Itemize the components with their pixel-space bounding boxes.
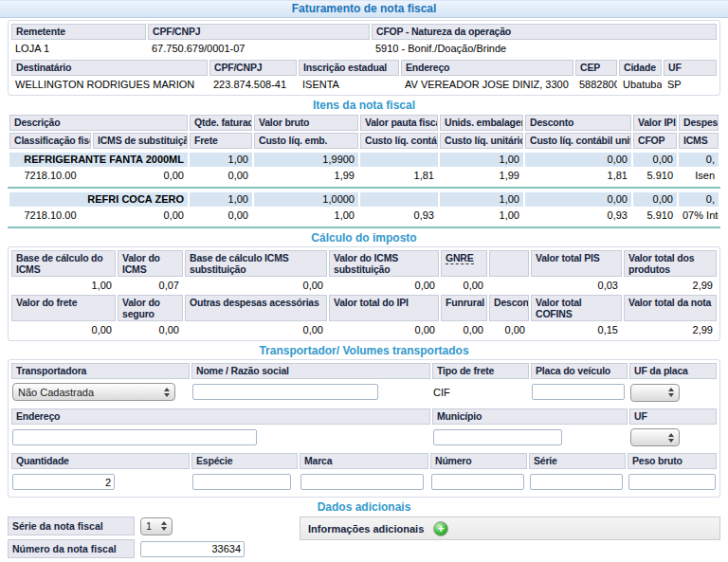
item-row-1: REFRIGERANTE FANTA 2000ML 1,00 1,9900 1,… <box>8 151 720 185</box>
empty-value <box>489 279 529 293</box>
classificacao-fiscal-header: Classificação fiscal <box>9 133 91 149</box>
remetente-value: LOJA 1 <box>11 42 146 56</box>
valor-total-produtos-header: Valor total dos produtos <box>624 250 717 277</box>
uf-header: UF <box>664 60 717 76</box>
item-custo-liq-contabil-emb: 1,81 <box>360 169 438 183</box>
uf-transp-select[interactable] <box>630 428 680 446</box>
cep-header: CEP <box>575 60 617 76</box>
icms-substituicao-header: ICMS de substituição <box>93 133 188 149</box>
gnre-header: GNRE <box>441 250 487 277</box>
especie-input[interactable] <box>192 474 291 490</box>
item-custo-liq-emb: 1,00 <box>254 208 358 223</box>
valor-total-cofins-header: Valor total COFINS <box>531 295 622 321</box>
item-descricao: REFRIGERANTE FANTA 2000ML <box>9 153 188 167</box>
endereco-transp-input[interactable] <box>12 429 257 445</box>
valor-pauta-header: Valor pauta fiscal <box>360 115 438 131</box>
item-separator <box>8 187 720 189</box>
custo-liq-unitario-header: Custo líq. unitário <box>440 133 523 149</box>
item-cfop: 5.910 <box>633 208 677 223</box>
endereco-value: AV VEREADOR JOSE DINIZ, 3300 <box>401 78 573 92</box>
valor-icms-subst-value: 0,00 <box>329 279 439 293</box>
add-info-icon[interactable]: + <box>433 521 448 536</box>
dados-right-column: Informações adicionais + <box>292 517 720 562</box>
section-title-dados: Dados adicionais <box>0 501 728 514</box>
informacoes-adicionais-label: Informações adicionais <box>308 523 424 535</box>
itens-section: Descrição Qtde. faturada Valor bruto Val… <box>8 113 720 228</box>
destinatario-header: Destinatário <box>11 60 208 76</box>
item-icms-substituicao: 0,00 <box>93 208 188 223</box>
funrural-value: 0,00 <box>441 323 487 337</box>
quantidade-input[interactable] <box>12 474 115 490</box>
nome-razao-input[interactable] <box>192 384 378 400</box>
valor-bruto-header: Valor bruto <box>254 115 358 131</box>
custo-liq-emb-header: Custo líq. emb. <box>254 133 358 149</box>
select-arrows-icon <box>668 433 674 443</box>
municipio-input[interactable] <box>433 429 562 445</box>
valor-ipi-header: Valor IPI <box>633 115 677 131</box>
valor-icms-header: Valor do ICMS <box>118 250 183 277</box>
valor-frete-value: 0,00 <box>11 323 116 337</box>
item-valor-bruto: 1,0000 <box>254 192 358 207</box>
placa-veiculo-input[interactable] <box>532 384 625 400</box>
remetente-table: Remetente CPF/CNPJ CFOP - Natureza da op… <box>9 22 719 58</box>
endereco-transp-header: Endereço <box>11 408 430 425</box>
unids-embalagem-header: Unids. embalagem <box>440 115 523 131</box>
funrural-header: Funrural <box>441 295 487 321</box>
item-classificacao-fiscal: 7218.10.00 <box>9 208 91 223</box>
numero-nota-input[interactable] <box>140 541 245 557</box>
item-desconto: 0,00 <box>525 192 631 207</box>
destinatario-cpf-value: 223.874.508-41 <box>209 78 297 92</box>
especie-header: Espécie <box>191 453 298 469</box>
valor-total-cofins-value: 0,15 <box>531 323 622 337</box>
transportadora-select[interactable]: Não Cadastrada <box>12 383 175 401</box>
base-calculo-icms-value: 1,00 <box>11 279 116 293</box>
cidade-header: Cidade <box>619 60 662 76</box>
placa-veiculo-header: Placa do veículo <box>531 363 628 379</box>
peso-bruto-header: Peso bruto <box>628 453 717 469</box>
valor-icms-subst-header: Valor do ICMS substituição <box>329 250 439 277</box>
valor-total-pis-header: Valor total PIS <box>531 250 622 277</box>
valor-total-ipi-header: Valor total do IPI <box>329 295 439 321</box>
cfop-col-header: CFOP <box>633 133 677 149</box>
item-custo-liq-emb: 1,99 <box>254 169 358 183</box>
desconto-calc-header: Desconto <box>489 295 529 321</box>
numero-nota-label: Número da nota fiscal <box>8 539 135 558</box>
item-valor-bruto: 1,9900 <box>254 153 358 167</box>
serie-nota-label: Série da nota fiscal <box>8 517 135 535</box>
nome-razao-header: Nome / Razão social <box>191 363 430 379</box>
calculo-box: Base de cálculo do ICMS Valor do ICMS Ba… <box>8 246 720 341</box>
marca-input[interactable] <box>300 474 424 490</box>
remetente-cpf-cnpj-value: 67.750.679/0001-07 <box>148 42 370 56</box>
peso-bruto-input[interactable] <box>628 474 716 490</box>
empty-header <box>489 250 529 277</box>
gnre-label: GNRE <box>446 252 474 264</box>
section-title-transportador: Transportador/ Volumes transportados <box>0 345 728 357</box>
descricao-header: Descrição <box>9 115 188 131</box>
inscricao-estadual-value: ISENTA <box>299 78 399 92</box>
item-desconto: 0,00 <box>525 153 631 167</box>
item-custo-liq-contabil-unit: 0,93 <box>525 208 631 223</box>
valor-icms-value: 0,07 <box>118 279 183 293</box>
items-end-separator <box>8 227 720 228</box>
numero-input[interactable] <box>431 474 524 490</box>
marca-header: Marca <box>300 453 428 469</box>
tipo-frete-header: Tipo de frete <box>432 363 529 379</box>
destinatario-table: Destinatário CPF/CNPJ Inscrição estadual… <box>9 58 719 94</box>
transportador-box: Transportadora Nome / Razão social Tipo … <box>8 359 720 498</box>
remetente-header: Remetente <box>11 24 146 40</box>
serie-nota-select[interactable]: 1 <box>140 517 173 535</box>
item-valor-ipi: 0,00 <box>633 192 677 207</box>
valor-total-ipi-value: 0,00 <box>329 323 439 337</box>
base-calculo-icms-subst-header: Base de cálculo ICMS substituição <box>185 250 327 277</box>
item-row-2: REFRI COCA ZERO 1,00 1,0000 1,00 0,00 0,… <box>8 190 720 225</box>
destinatario-value: WELLINGTON RODRIGUES MARION <box>11 78 208 92</box>
custo-liq-contabil-emb-header: Custo líq. contábil emb. <box>360 133 438 149</box>
item-qtde-faturada: 1,00 <box>190 153 252 167</box>
select-arrows-icon <box>161 521 167 531</box>
uf-placa-header: UF da placa <box>629 363 717 379</box>
serie-input[interactable] <box>530 474 623 490</box>
quantidade-header: Quantidade <box>11 453 190 469</box>
item-frete: 0,00 <box>190 169 252 183</box>
uf-placa-select[interactable] <box>630 384 680 402</box>
serie-selected-value: 1 <box>146 520 152 532</box>
